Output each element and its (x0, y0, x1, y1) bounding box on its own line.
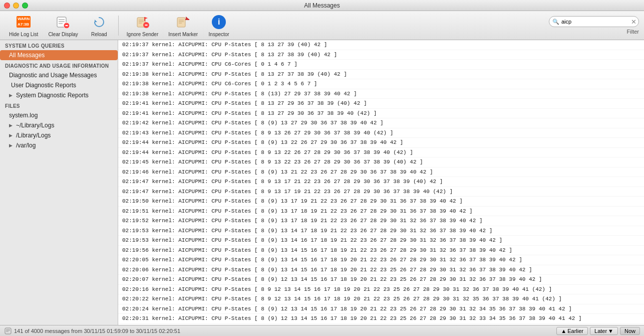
clear-display-button[interactable]: Clear Display (44, 12, 82, 39)
log-row: 02:19:47 kernel: AICPUPMI: CPU P-States … (118, 177, 644, 187)
log-row: 02:20:31 kernel: AICPUPMI: CPU P-States … (118, 314, 644, 324)
disclosure-icon-4: ▶ (9, 143, 13, 148)
sidebar-item-system-log[interactable]: system.log (0, 110, 118, 120)
svg-rect-21 (5, 328, 11, 334)
log-row: 02:19:37 kernel: AICPUPMI: CPU P-States … (118, 50, 644, 60)
log-row: 02:19:53 kernel: AICPUPMI: CPU P-States … (118, 226, 644, 236)
sidebar-item-diagnostic-messages[interactable]: Diagnostic and Usage Messages (0, 70, 118, 80)
log-row: 02:20:22 kernel: AICPUPMI: CPU P-States … (118, 294, 644, 304)
inspector-circle: i (212, 15, 226, 29)
close-button[interactable] (4, 3, 10, 9)
system-diagnostic-label: System Diagnostic Reports (16, 92, 89, 99)
library-logs-label: ~/Library/Logs (16, 122, 54, 129)
earlier-arrow: ▲ (561, 328, 566, 334)
log-row: 02:19:53 kernel: AICPUPMI: CPU P-States … (118, 236, 644, 246)
titlebar: All Messages (0, 0, 644, 11)
log-row: 02:19:44 kernel: AICPUPMI: CPU P-States … (118, 148, 644, 158)
inspector-label: Inspector (209, 32, 229, 37)
statusbar: 141 of 4000 messages from 30/11/15 01:59… (0, 325, 644, 336)
inspector-button[interactable]: i Inspector (204, 12, 234, 39)
sidebar-item-user-diagnostic[interactable]: User Diagnostic Reports (0, 80, 118, 90)
log-row: 02:19:52 kernel: AICPUPMI: CPU P-States … (118, 216, 644, 226)
system-log-label: system.log (9, 112, 38, 119)
statusbar-right: ▲ Earlier Later ▼ Now (556, 327, 640, 335)
sidebar-item-library-logs[interactable]: ▶ ~/Library/Logs (0, 120, 118, 130)
log-row: 02:20:07 kernel: AICPUPMI: CPU P-States … (118, 275, 644, 285)
log-row: 02:19:41 kernel: AICPUPMI: CPU P-States … (118, 99, 644, 109)
search-input[interactable] (549, 16, 639, 27)
clear-display-icon (55, 14, 71, 30)
search-area: 🔍 ✕ Filter (549, 16, 639, 35)
insert-marker-icon (175, 14, 191, 30)
system-log-header: SYSTEM LOG QUERIES (0, 40, 118, 50)
svg-marker-6 (95, 20, 97, 22)
log-row: 02:19:44 kernel: AICPUPMI: CPU P-States … (118, 138, 644, 148)
sidebar-item-var-log[interactable]: ▶ /var/log (0, 140, 118, 150)
log-row: 02:20:05 kernel: AICPUPMI: CPU P-States … (118, 255, 644, 265)
log-row: 02:19:41 kernel: AICPUPMI: CPU P-States … (118, 109, 644, 119)
now-label: Now (624, 328, 635, 334)
log-row: 02:19:38 kernel: AICPUPMI: CPU P-States … (118, 89, 644, 99)
ignore-sender-icon (135, 14, 151, 30)
log-row: 02:20:16 kernel: AICPUPMI: CPU P-States … (118, 285, 644, 295)
sidebar-item-library-logs2[interactable]: ▶ /Library/Logs (0, 130, 118, 140)
all-messages-label: All Messages (9, 52, 45, 59)
log-row: 02:19:38 kernel: AICPUPMI: CPU C6-Cores … (118, 79, 644, 89)
disclosure-icon: ▶ (9, 93, 13, 98)
now-button[interactable]: Now (620, 327, 640, 335)
maximize-button[interactable] (22, 3, 28, 9)
sidebar-item-all-messages[interactable]: All Messages (0, 50, 118, 60)
search-icon: 🔍 (552, 19, 559, 25)
reload-button[interactable]: Reload (84, 12, 114, 39)
insert-marker-button[interactable]: Insert Marker (164, 12, 202, 39)
log-row: 02:20:06 kernel: AICPUPMI: CPU P-States … (118, 265, 644, 275)
log-list[interactable]: 02:19:37 kernel: AICPUPMI: CPU P-States … (118, 40, 644, 325)
reload-icon (91, 14, 107, 30)
statusbar-left: 141 of 4000 messages from 30/11/15 01:59… (4, 327, 180, 335)
diagnostic-header: DIAGNOSTIC AND USAGE INFORMATION (0, 60, 118, 70)
main-layout: SYSTEM LOG QUERIES All Messages DIAGNOST… (0, 40, 644, 325)
ignore-sender-label: Ignore Sender (127, 32, 158, 37)
minimize-button[interactable] (13, 3, 19, 9)
files-header: FILES (0, 100, 118, 110)
clear-display-label: Clear Display (48, 32, 78, 37)
svg-marker-19 (186, 17, 189, 19)
user-diagnostic-label: User Diagnostic Reports (11, 82, 76, 89)
log-row: 02:19:37 kernel: AICPUPMI: CPU P-States … (118, 40, 644, 50)
filter-label: Filter (627, 29, 639, 35)
sidebar-item-system-diagnostic[interactable]: ▶ System Diagnostic Reports (0, 90, 118, 100)
earlier-button[interactable]: ▲ Earlier (556, 327, 588, 335)
later-label: Later (594, 328, 607, 334)
log-row: 02:19:43 kernel: AICPUPMI: CPU P-States … (118, 128, 644, 138)
log-row: 02:19:51 kernel: AICPUPMI: CPU P-States … (118, 207, 644, 217)
reload-label: Reload (91, 32, 107, 37)
statusbar-icon (4, 327, 12, 335)
later-arrow: ▼ (608, 328, 613, 334)
log-row: 02:19:38 kernel: AICPUPMI: CPU P-States … (118, 70, 644, 80)
warn-badge: WARNA7:3B (17, 16, 31, 28)
svg-rect-15 (177, 18, 185, 27)
ignore-sender-button[interactable]: Ignore Sender (123, 12, 162, 39)
log-row: 02:20:24 kernel: AICPUPMI: CPU P-States … (118, 304, 644, 314)
toolbar: WARNA7:3B Hide Log List Clear Display (0, 11, 644, 40)
log-row: 02:19:45 kernel: AICPUPMI: CPU P-States … (118, 157, 644, 167)
insert-marker-label: Insert Marker (168, 32, 198, 37)
log-row: 02:19:42 kernel: AICPUPMI: CPU P-States … (118, 118, 644, 128)
inspector-icon: i (211, 14, 227, 30)
log-row: 02:20:51 kernel: AICPUPMI: CPU P-States … (118, 324, 644, 325)
later-button[interactable]: Later ▼ (590, 327, 618, 335)
log-row: 02:19:56 kernel: AICPUPMI: CPU P-States … (118, 246, 644, 256)
content-area: 02:19:37 kernel: AICPUPMI: CPU P-States … (118, 40, 644, 325)
statusbar-message: 141 of 4000 messages from 30/11/15 01:59… (14, 328, 180, 334)
search-clear-icon[interactable]: ✕ (631, 19, 636, 25)
hide-log-list-button[interactable]: WARNA7:3B Hide Log List (5, 12, 42, 39)
toolbar-separator-1 (118, 16, 119, 36)
library-logs2-label: /Library/Logs (16, 132, 51, 139)
log-row: 02:19:37 kernel: AICPUPMI: CPU C6-Cores … (118, 60, 644, 70)
earlier-label: Earlier (567, 328, 583, 334)
hide-log-icon: WARNA7:3B (16, 14, 32, 30)
log-row: 02:19:46 kernel: AICPUPMI: CPU P-States … (118, 167, 644, 178)
sidebar: SYSTEM LOG QUERIES All Messages DIAGNOST… (0, 40, 118, 325)
search-input-wrap: 🔍 ✕ (549, 16, 639, 27)
svg-rect-20 (185, 19, 189, 20)
